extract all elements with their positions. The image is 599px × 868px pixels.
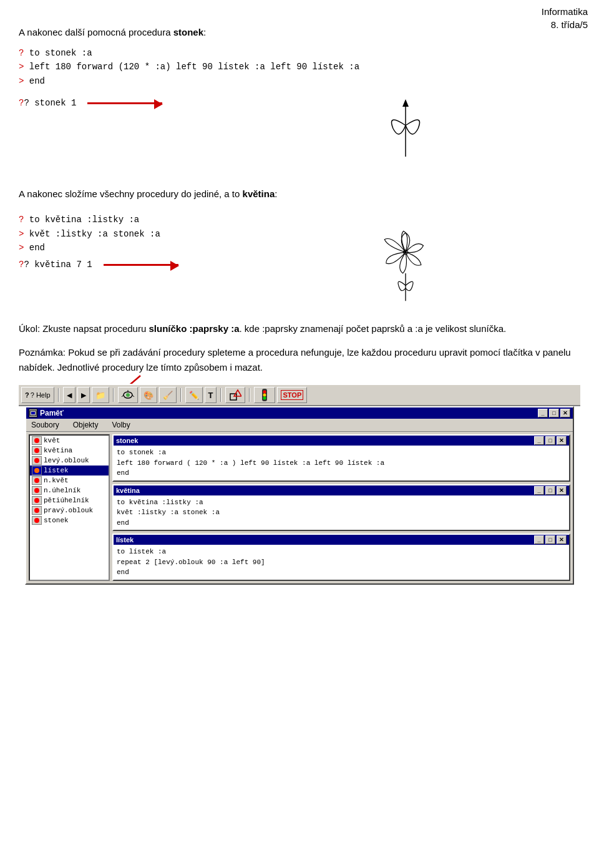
svg-point-7 <box>126 393 130 397</box>
demo1-label: ? ? stonek 1 <box>19 98 231 108</box>
svg-point-15 <box>263 394 266 397</box>
flower-svg <box>343 208 468 308</box>
toolbar-sep-3 <box>180 388 182 402</box>
item-label-listek: lístek <box>44 467 69 474</box>
toolbar-sep-1 <box>58 388 59 402</box>
item-label-nuhelnik: n.úhelník <box>44 487 80 494</box>
kvetina-maximize[interactable]: □ <box>545 486 555 495</box>
kvetina-code-1: to květina :listky :a <box>117 497 566 508</box>
kvetina-titlebar: květina _ □ ✕ <box>114 485 569 495</box>
list-item-petiuhelnik[interactable]: pětiúhelník <box>30 495 109 505</box>
code-line-1: ? to stonek :a <box>19 46 580 60</box>
eraser-button[interactable]: 🧹 <box>159 387 177 403</box>
list-item-stonek[interactable]: stonek <box>30 515 109 525</box>
svg-marker-1 <box>402 99 409 107</box>
toolbar-sep-4 <box>220 388 222 402</box>
shapes-icon <box>229 389 241 401</box>
list-item-kvet[interactable]: květ <box>30 436 109 446</box>
listek-code-3: end <box>117 567 566 578</box>
section2-code-area: ? to květina :listky :a > květ :listky :… <box>19 208 231 273</box>
app-title: Paměť <box>40 409 64 417</box>
forward-icon: ▶ <box>81 391 86 399</box>
shapes-button[interactable] <box>225 387 245 403</box>
listek-subwindow: lístek _ □ ✕ to lístek :a repeat 2 [levý… <box>112 534 570 581</box>
section2-row: ? to květina :listky :a > květ :listky :… <box>19 208 580 308</box>
minimize-button[interactable]: _ <box>538 409 548 417</box>
list-item-nkvet[interactable]: n.květ <box>30 475 109 485</box>
demo1-arrow <box>87 102 162 104</box>
maximize-button[interactable]: □ <box>549 409 559 417</box>
folder-button[interactable]: 📁 <box>92 387 109 403</box>
item-icon-nkvet <box>32 476 42 485</box>
back-icon: ◀ <box>67 391 72 399</box>
kvetina-controls: _ □ ✕ <box>534 486 567 495</box>
kvetina-close[interactable]: ✕ <box>557 486 567 495</box>
listek-maximize[interactable]: □ <box>545 535 555 544</box>
stonek-minimize[interactable]: _ <box>534 436 544 445</box>
item-icon-petiuhelnik <box>32 496 42 505</box>
item-label-petiuhelnik: pětiúhelník <box>44 497 89 504</box>
code-line-2: > left 180 forward (120 * :a) left 90 lí… <box>19 60 580 74</box>
menu-volby[interactable]: Volby <box>109 420 132 430</box>
svg-point-14 <box>263 391 266 394</box>
menu-soubory[interactable]: Soubory <box>29 420 62 430</box>
list-panel: květ květina levý.oblouk lístek <box>29 434 110 581</box>
list-item-pravyoblouk[interactable]: pravý.oblouk <box>30 505 109 515</box>
back-button[interactable]: ◀ <box>63 387 75 403</box>
stonek-code-3: end <box>117 468 566 479</box>
stonek-close[interactable]: ✕ <box>557 436 567 445</box>
toolbar-bar: ? ? Help ◀ ▶ 📁 <box>19 384 580 406</box>
pencil-button[interactable]: ✏️ <box>185 387 203 403</box>
item-icon-kvetina <box>32 446 42 455</box>
titlebar-left: Paměť <box>29 409 64 417</box>
list-item-nuhelnik[interactable]: n.úhelník <box>30 485 109 495</box>
app-body: květ květina levý.oblouk lístek <box>26 432 573 583</box>
forward-button[interactable]: ▶ <box>77 387 90 403</box>
item-label-stonek: stonek <box>44 517 69 524</box>
text-icon: T <box>208 391 213 400</box>
list-item-kvetina[interactable]: květina <box>30 446 109 456</box>
item-icon-nuhelnik <box>32 486 42 495</box>
turtle-icon <box>122 389 134 401</box>
note-section: Poznámka: Pokud se při zadávání procedur… <box>19 345 580 375</box>
stonek-controls: _ □ ✕ <box>534 436 567 445</box>
folder-icon: 📁 <box>95 391 105 400</box>
kvetina-code-3: end <box>117 518 566 529</box>
stonek-maximize[interactable]: □ <box>545 436 555 445</box>
demo1-text: ? ? stonek 1 <box>19 94 231 112</box>
kv-code-line-3: > end <box>19 241 231 255</box>
traffic-button[interactable] <box>254 387 275 403</box>
kvetina-minimize[interactable]: _ <box>534 486 544 495</box>
close-button[interactable]: ✕ <box>560 409 570 417</box>
stop-button[interactable]: STOP <box>277 387 307 403</box>
stonek-svg <box>343 94 468 175</box>
help-button[interactable]: ? ? Help <box>21 387 54 403</box>
demo1-image <box>231 94 580 175</box>
turtle-button[interactable] <box>118 387 138 403</box>
bottom-area: ? ? Help ◀ ▶ 📁 <box>19 384 580 585</box>
demo2-arrow <box>104 264 178 266</box>
list-item-listek[interactable]: lístek <box>30 466 109 475</box>
header-line1: Informatika <box>542 5 588 18</box>
section2-title: A nakonec složíme všechny procedury do j… <box>19 187 580 202</box>
sub-windows: stonek _ □ ✕ to stonek :a left 180 forwa… <box>112 434 570 581</box>
stop-icon: STOP <box>281 390 303 400</box>
code-line-3: > end <box>19 74 580 88</box>
task-section: Úkol: Zkuste napsat proceduru sluníčko :… <box>19 321 580 336</box>
item-label-kvetina: květina <box>44 447 72 454</box>
list-item-levyoblouk[interactable]: levý.oblouk <box>30 456 109 466</box>
text-button[interactable]: T <box>205 387 217 403</box>
kv-code-line-2: > květ :listky :a stonek :a <box>19 227 231 241</box>
pencil-icon: ✏️ <box>189 391 199 400</box>
listek-close[interactable]: ✕ <box>557 535 567 544</box>
item-icon-kvet <box>32 436 42 445</box>
listek-minimize[interactable]: _ <box>534 535 544 544</box>
listek-title: lístek <box>116 536 134 544</box>
traffic-icon <box>258 388 271 402</box>
listek-code-1: to lístek :a <box>117 547 566 557</box>
palette-button[interactable]: 🎨 <box>140 387 157 403</box>
menu-objekty[interactable]: Objekty <box>71 420 101 430</box>
kvetina-body: to květina :listky :a květ :listky :a st… <box>114 495 569 530</box>
listek-body: to lístek :a repeat 2 [levý.oblouk 90 :a… <box>114 545 569 580</box>
main-app-window: Paměť _ □ ✕ Soubory Objekty Volby k <box>25 406 574 585</box>
